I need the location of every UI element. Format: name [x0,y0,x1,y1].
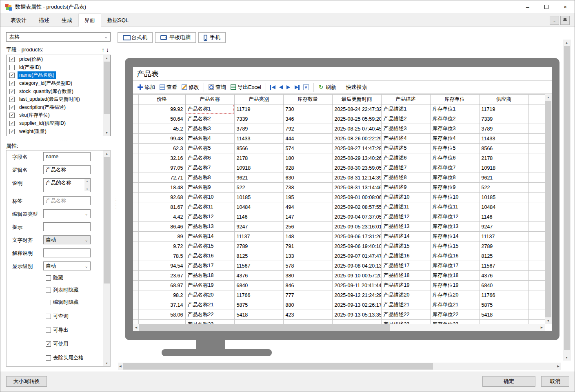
cell[interactable]: 10918 [234,163,283,173]
cell[interactable]: 产品名称19 [185,281,234,290]
cell[interactable]: 产品描述8 [381,173,430,183]
cell[interactable]: 库存单位14 [430,232,479,241]
cell[interactable]: 库存单位2 [430,114,479,124]
column-header-最后更新时间[interactable]: 最后更新时间 [332,95,381,104]
checkbox-列表时隐藏[interactable] [46,288,51,293]
column-header-库存单位[interactable]: 库存单位 [430,95,479,104]
column-header-价格[interactable]: 价格 [138,95,185,104]
cell[interactable]: 2025-08-30 23:59:05 [332,163,381,173]
scrollbar-thumb[interactable] [123,363,433,370]
tab-表设计[interactable]: 表设计 [4,14,33,27]
previous-page-button[interactable] [278,84,284,90]
cell[interactable]: 产品描述18 [381,271,430,281]
cell[interactable]: 195 [283,193,332,202]
cell[interactable]: 2025-09-13 02:26:17 [332,300,381,310]
checkbox-可查询[interactable] [46,314,51,319]
row-header[interactable] [133,300,138,310]
first-page-button[interactable] [269,84,275,90]
field-checkbox[interactable] [9,81,15,86]
cell[interactable]: 产品描述3 [381,124,430,134]
cell[interactable]: 50.64 [138,114,185,124]
cell[interactable]: 630 [283,173,332,183]
row-header[interactable] [133,114,138,124]
cell[interactable]: 148 [283,232,332,241]
field-checkbox[interactable] [9,89,15,94]
cell[interactable]: 产品描述22 [381,310,430,320]
cell[interactable]: 库存单位21 [430,300,479,310]
cell[interactable]: 11567 [479,261,528,271]
field-list-item[interactable]: category_id(产品类别ID) [7,80,103,88]
scroll-down-icon[interactable]: ▼ [563,354,570,361]
vertical-splitter-handle[interactable]: ······· [115,198,117,212]
quick-search-label[interactable]: 快速搜索 [346,84,367,91]
cell[interactable]: 18.48 [138,183,185,193]
field-checkbox[interactable] [9,97,15,102]
maximize-button[interactable] [537,0,556,13]
cell[interactable]: 2025-09-02 08:57:55 [332,202,381,212]
scrollbar-thumb[interactable] [564,46,570,350]
horizontal-splitter-handle[interactable]: ········ [49,138,70,142]
cell[interactable]: 产品名称3 [185,124,234,134]
field-list-item[interactable]: weight(重量) [7,127,103,135]
close-button[interactable]: × [556,0,575,13]
row-header[interactable] [133,193,138,202]
cell[interactable]: 产品描述1 [381,104,430,114]
row-header[interactable] [133,104,138,114]
cell[interactable]: 产品描述21 [381,300,430,310]
row-header[interactable] [133,222,138,232]
cell[interactable] [332,320,381,324]
cell[interactable]: 产品名称14 [185,232,234,241]
cell[interactable]: 147 [283,212,332,222]
cell[interactable]: 62.3 [138,144,185,153]
field-checkbox[interactable] [9,105,15,110]
cell[interactable]: 1146 [234,212,283,222]
cell[interactable]: 5875 [234,300,283,310]
cell[interactable]: 78.5 [138,251,185,261]
field-checkbox[interactable] [9,73,15,78]
cell[interactable]: 库存单位6 [430,153,479,163]
row-header[interactable] [133,134,138,144]
cell[interactable]: 92.68 [138,193,185,202]
row-header[interactable] [133,173,138,183]
cell[interactable]: 2025-09-06 19:40:10 [332,241,381,251]
cell[interactable]: 2025-09-07 01:47:47 [332,251,381,261]
move-field-up-button[interactable]: ↑ [102,47,106,53]
cell[interactable]: 7339 [234,114,283,124]
row-header[interactable] [133,271,138,281]
cell[interactable]: 5418 [234,310,283,320]
cell[interactable]: 45.2 [138,124,185,134]
refresh-button[interactable]: ↻刷新 [317,83,337,92]
cell[interactable] [479,320,528,324]
view-button[interactable]: 查看 [158,83,178,92]
cell[interactable]: 2025-09-08 04:20:13 [332,261,381,271]
field-list-item[interactable]: name(产品名称) [7,71,103,80]
row-header[interactable] [133,251,138,261]
cell[interactable]: 产品名称22 [185,310,234,320]
row-header[interactable] [133,290,138,300]
cell[interactable]: 产品描述9 [381,183,430,193]
field-list-item[interactable]: last_updated(最后更新时间) [7,95,103,104]
cell[interactable]: 产品名称17 [185,261,234,271]
ok-button[interactable]: 确定 [482,376,535,387]
view-mode-select[interactable]: 表格 ⌄ [6,32,111,42]
cell[interactable]: 9621 [234,173,283,183]
cell[interactable]: 72.71 [138,173,185,183]
cell[interactable]: 9247 [234,222,283,232]
cell[interactable]: 产品名称21 [185,300,234,310]
cell[interactable]: 2025-09-11 20:41:44 [332,281,381,290]
cell[interactable]: 库存单位10 [430,193,479,202]
scroll-left-icon[interactable]: ◀ [133,324,139,331]
cell[interactable]: 11433 [479,134,528,144]
property-input-字段名[interactable] [43,152,91,161]
cell[interactable]: 产品名称6 [185,153,234,163]
cell[interactable]: 522 [234,183,283,193]
collapse-button[interactable]: ⌄ [550,16,559,25]
cell[interactable]: 库存单位12 [430,212,479,222]
cell[interactable]: 库存单位19 [430,281,479,290]
row-header[interactable] [133,144,138,153]
edit-button[interactable]: 修改 [180,83,200,92]
row-header[interactable] [133,281,138,290]
cell[interactable]: 730 [283,104,332,114]
cell[interactable]: 库存单位5 [430,144,479,153]
cell[interactable]: 423 [283,310,332,320]
